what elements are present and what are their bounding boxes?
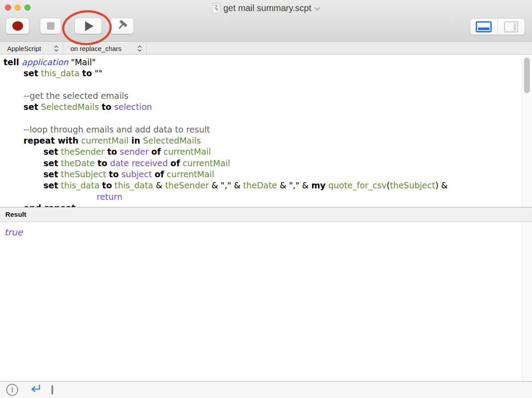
result-scrollbar[interactable] — [521, 222, 532, 381]
navigation-bar: AppleScript on replace_chars — [0, 43, 532, 55]
info-icon: i — [11, 386, 13, 394]
scrollbar-thumb[interactable] — [524, 58, 530, 93]
result-value: true — [4, 227, 23, 238]
show-right-pane-button[interactable] — [497, 19, 525, 35]
record-icon — [12, 21, 23, 31]
bottom-toolbar: i — [0, 381, 532, 398]
show-result-button[interactable] — [28, 383, 42, 397]
record-button[interactable] — [6, 18, 29, 34]
play-icon — [85, 21, 94, 31]
stop-button[interactable] — [40, 18, 61, 34]
result-header: Result — [0, 207, 532, 222]
code-line: set this_data to this_data & theSender &… — [0, 180, 521, 191]
language-popup[interactable]: AppleScript — [0, 43, 63, 54]
script-document-icon[interactable] — [212, 3, 220, 13]
code-line: set theDate to date received of currentM… — [0, 158, 521, 169]
popup-arrows-icon — [54, 45, 59, 52]
code-editor[interactable]: tell application "Mail"set this_data to … — [0, 55, 532, 207]
result-pane: true — [0, 222, 532, 381]
window-title: get mail summary.scpt — [223, 3, 312, 13]
chevron-down-icon[interactable] — [314, 7, 320, 11]
code-line: --loop through emails and add data to re… — [0, 124, 521, 135]
code-line — [0, 79, 521, 90]
show-bottom-pane-button[interactable] — [470, 19, 497, 35]
code-line: set this_data to "" — [0, 68, 521, 79]
document-lines-icon — [51, 385, 53, 394]
run-button[interactable] — [74, 18, 102, 34]
show-log-button[interactable] — [51, 386, 53, 394]
code-line: repeat with currentMail in SelectedMails — [0, 135, 521, 146]
code-line: set theSubject to subject of currentMail — [0, 169, 521, 180]
code-line: --get the selected emails — [0, 90, 521, 101]
code-line: set SelectedMails to selection — [0, 101, 521, 113]
titlebar: get mail summary.scpt — [0, 0, 532, 42]
layout-bottom-pane-icon — [476, 21, 492, 32]
code-line: return — [0, 191, 521, 203]
info-button[interactable]: i — [6, 384, 18, 396]
view-toggle — [470, 18, 525, 35]
compile-button[interactable] — [110, 18, 134, 34]
handler-popup[interactable]: on replace_chars — [63, 43, 147, 54]
stop-icon — [47, 22, 55, 30]
title-group: get mail summary.scpt — [0, 3, 532, 13]
return-arrow-icon — [28, 389, 42, 396]
popup-arrows-icon — [137, 45, 142, 52]
hammer-icon — [116, 20, 128, 33]
language-popup-label: AppleScript — [7, 45, 41, 52]
editor-scrollbar[interactable] — [521, 55, 532, 207]
handler-popup-label: on replace_chars — [70, 45, 121, 52]
code-text: tell application "Mail"set this_data to … — [0, 55, 521, 207]
script-editor-window: get mail summary.scpt — [0, 0, 532, 398]
code-line: set theSender to sender of currentMail — [0, 146, 521, 157]
code-line: tell application "Mail" — [0, 57, 521, 68]
code-line — [0, 113, 521, 124]
layout-right-pane-icon — [504, 21, 518, 32]
result-header-label: Result — [5, 211, 26, 219]
code-line: end repeat — [0, 203, 521, 207]
